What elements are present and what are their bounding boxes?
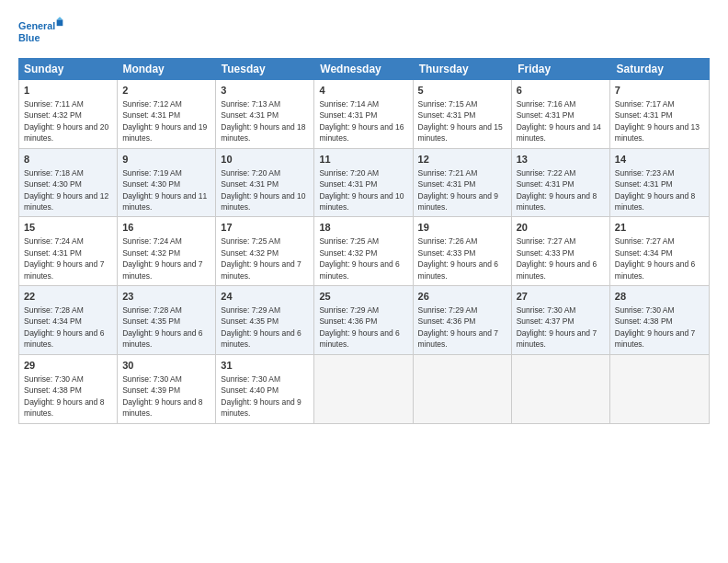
day-sunset: Sunset: 4:31 PM xyxy=(418,110,476,120)
calendar-cell: 27Sunrise: 7:30 AMSunset: 4:37 PMDayligh… xyxy=(512,286,610,354)
day-sunrise: Sunrise: 7:26 AM xyxy=(418,236,478,246)
header: General Blue xyxy=(18,14,710,49)
day-number: 20 xyxy=(517,221,605,235)
calendar-cell: 21Sunrise: 7:27 AMSunset: 4:34 PMDayligh… xyxy=(610,217,709,285)
day-number: 11 xyxy=(319,153,407,167)
calendar-cell: 19Sunrise: 7:26 AMSunset: 4:33 PMDayligh… xyxy=(414,217,512,285)
calendar-cell: 18Sunrise: 7:25 AMSunset: 4:32 PMDayligh… xyxy=(314,217,413,285)
day-daylight: Daylight: 9 hours and 7 minutes. xyxy=(517,328,597,349)
day-sunrise: Sunrise: 7:30 AM xyxy=(24,374,84,384)
day-sunset: Sunset: 4:31 PM xyxy=(517,110,574,120)
day-sunset: Sunset: 4:36 PM xyxy=(418,316,476,326)
day-number: 31 xyxy=(221,359,309,373)
calendar-row-3: 15Sunrise: 7:24 AMSunset: 4:31 PMDayligh… xyxy=(19,217,709,286)
day-daylight: Daylight: 9 hours and 18 minutes. xyxy=(221,122,305,143)
day-sunset: Sunset: 4:35 PM xyxy=(122,316,180,326)
day-sunrise: Sunrise: 7:28 AM xyxy=(24,305,84,315)
logo-svg: General Blue xyxy=(18,14,64,49)
day-number: 19 xyxy=(418,221,506,235)
calendar-row-5: 29Sunrise: 7:30 AMSunset: 4:38 PMDayligh… xyxy=(19,355,709,423)
day-number: 16 xyxy=(122,221,210,235)
calendar: SundayMondayTuesdayWednesdayThursdayFrid… xyxy=(18,58,710,549)
day-sunset: Sunset: 4:31 PM xyxy=(221,110,279,120)
svg-marker-3 xyxy=(57,20,63,27)
calendar-body-outer: 1Sunrise: 7:11 AMSunset: 4:32 PMDaylight… xyxy=(18,80,710,424)
day-daylight: Daylight: 9 hours and 7 minutes. xyxy=(615,328,695,349)
day-daylight: Daylight: 9 hours and 8 minutes. xyxy=(615,191,695,212)
day-sunset: Sunset: 4:37 PM xyxy=(517,316,574,326)
day-sunrise: Sunrise: 7:25 AM xyxy=(319,236,379,246)
calendar-cell: 3Sunrise: 7:13 AMSunset: 4:31 PMDaylight… xyxy=(216,80,314,148)
day-number: 25 xyxy=(319,290,407,304)
day-number: 6 xyxy=(517,84,605,98)
day-sunset: Sunset: 4:31 PM xyxy=(319,179,377,189)
day-sunrise: Sunrise: 7:30 AM xyxy=(221,374,280,384)
calendar-cell: 26Sunrise: 7:29 AMSunset: 4:36 PMDayligh… xyxy=(414,286,512,354)
day-daylight: Daylight: 9 hours and 12 minutes. xyxy=(24,191,108,212)
day-daylight: Daylight: 9 hours and 11 minutes. xyxy=(122,191,207,212)
day-sunset: Sunset: 4:38 PM xyxy=(615,316,673,326)
calendar-cell: 30Sunrise: 7:30 AMSunset: 4:39 PMDayligh… xyxy=(118,355,216,423)
calendar-cell: 20Sunrise: 7:27 AMSunset: 4:33 PMDayligh… xyxy=(512,217,610,285)
day-sunrise: Sunrise: 7:16 AM xyxy=(517,99,576,109)
day-number: 9 xyxy=(122,153,210,167)
day-daylight: Daylight: 9 hours and 6 minutes. xyxy=(319,259,399,280)
day-sunrise: Sunrise: 7:22 AM xyxy=(517,168,576,178)
day-number: 28 xyxy=(615,290,704,304)
day-sunrise: Sunrise: 7:15 AM xyxy=(418,99,478,109)
day-sunset: Sunset: 4:33 PM xyxy=(517,248,574,258)
header-day-tuesday: Tuesday xyxy=(216,58,314,80)
day-number: 30 xyxy=(122,359,210,373)
day-sunrise: Sunrise: 7:19 AM xyxy=(122,168,182,178)
calendar-cell xyxy=(314,355,413,423)
day-sunset: Sunset: 4:38 PM xyxy=(24,385,82,395)
day-daylight: Daylight: 9 hours and 8 minutes. xyxy=(122,397,202,418)
calendar-cell: 6Sunrise: 7:16 AMSunset: 4:31 PMDaylight… xyxy=(512,80,610,148)
calendar-cell: 8Sunrise: 7:18 AMSunset: 4:30 PMDaylight… xyxy=(19,149,118,217)
day-daylight: Daylight: 9 hours and 14 minutes. xyxy=(517,122,601,143)
day-sunset: Sunset: 4:33 PM xyxy=(418,248,476,258)
svg-text:Blue: Blue xyxy=(18,32,40,43)
day-daylight: Daylight: 9 hours and 8 minutes. xyxy=(517,191,597,212)
day-daylight: Daylight: 9 hours and 7 minutes. xyxy=(418,328,498,349)
calendar-header: SundayMondayTuesdayWednesdayThursdayFrid… xyxy=(18,58,710,80)
calendar-cell: 28Sunrise: 7:30 AMSunset: 4:38 PMDayligh… xyxy=(610,286,709,354)
calendar-cell: 22Sunrise: 7:28 AMSunset: 4:34 PMDayligh… xyxy=(19,286,118,354)
day-daylight: Daylight: 9 hours and 6 minutes. xyxy=(319,328,399,349)
day-sunset: Sunset: 4:32 PM xyxy=(319,248,377,258)
day-sunrise: Sunrise: 7:27 AM xyxy=(517,236,576,246)
day-number: 13 xyxy=(517,153,605,167)
calendar-cell: 15Sunrise: 7:24 AMSunset: 4:31 PMDayligh… xyxy=(19,217,118,285)
day-daylight: Daylight: 9 hours and 8 minutes. xyxy=(24,397,104,418)
calendar-cell: 1Sunrise: 7:11 AMSunset: 4:32 PMDaylight… xyxy=(19,80,118,148)
day-number: 14 xyxy=(615,153,704,167)
day-number: 21 xyxy=(615,221,704,235)
day-sunset: Sunset: 4:34 PM xyxy=(615,248,673,258)
day-sunrise: Sunrise: 7:30 AM xyxy=(122,374,182,384)
day-number: 4 xyxy=(319,84,407,98)
calendar-cell: 13Sunrise: 7:22 AMSunset: 4:31 PMDayligh… xyxy=(512,149,610,217)
day-daylight: Daylight: 9 hours and 13 minutes. xyxy=(615,122,700,143)
day-sunset: Sunset: 4:31 PM xyxy=(24,248,82,258)
day-daylight: Daylight: 9 hours and 7 minutes. xyxy=(221,259,301,280)
calendar-cell: 12Sunrise: 7:21 AMSunset: 4:31 PMDayligh… xyxy=(414,149,512,217)
header-day-monday: Monday xyxy=(117,58,215,80)
svg-marker-2 xyxy=(57,17,63,19)
header-day-wednesday: Wednesday xyxy=(314,58,413,80)
day-daylight: Daylight: 9 hours and 9 minutes. xyxy=(418,191,498,212)
day-sunrise: Sunrise: 7:23 AM xyxy=(615,168,675,178)
day-sunset: Sunset: 4:31 PM xyxy=(122,110,180,120)
day-number: 5 xyxy=(418,84,506,98)
calendar-cell: 17Sunrise: 7:25 AMSunset: 4:32 PMDayligh… xyxy=(216,217,314,285)
day-daylight: Daylight: 9 hours and 7 minutes. xyxy=(24,259,104,280)
day-number: 8 xyxy=(24,153,112,167)
day-sunset: Sunset: 4:39 PM xyxy=(122,385,180,395)
calendar-row-4: 22Sunrise: 7:28 AMSunset: 4:34 PMDayligh… xyxy=(19,286,709,355)
day-daylight: Daylight: 9 hours and 6 minutes. xyxy=(517,259,597,280)
header-day-saturday: Saturday xyxy=(611,58,710,80)
day-sunrise: Sunrise: 7:25 AM xyxy=(221,236,280,246)
day-number: 23 xyxy=(122,290,210,304)
calendar-cell: 25Sunrise: 7:29 AMSunset: 4:36 PMDayligh… xyxy=(314,286,413,354)
calendar-cell: 16Sunrise: 7:24 AMSunset: 4:32 PMDayligh… xyxy=(118,217,216,285)
calendar-cell: 5Sunrise: 7:15 AMSunset: 4:31 PMDaylight… xyxy=(414,80,512,148)
